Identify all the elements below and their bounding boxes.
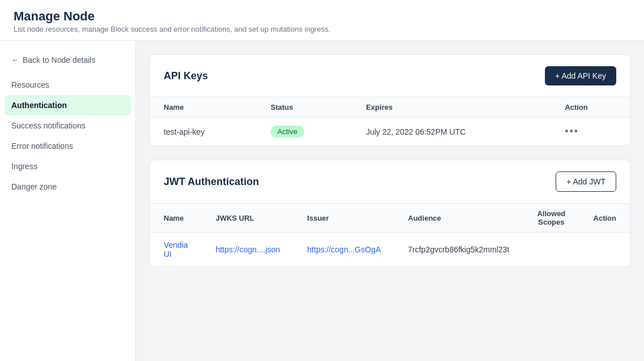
sidebar-item-ingress-label: Ingress xyxy=(11,162,37,171)
jwt-col-audience: Audience xyxy=(394,204,523,233)
jwt-col-jwks-url: JWKS URL xyxy=(202,204,294,233)
page-title: Manage Node xyxy=(14,9,630,24)
status-badge: Active xyxy=(271,126,304,137)
jwt-row-issuer[interactable]: https://cogn...GsOgA xyxy=(293,233,394,267)
api-keys-col-expires: Expires xyxy=(352,97,551,118)
back-arrow-icon: ← xyxy=(11,55,19,65)
sidebar-item-error-notifications[interactable]: Error notifications xyxy=(0,136,135,156)
sidebar-item-success-notifications-label: Success notifications xyxy=(11,121,86,130)
jwt-issuer-link[interactable]: https://cogn...GsOgA xyxy=(307,245,381,254)
jwt-card: JWT Authentication + Add JWT Name JWKS U… xyxy=(150,160,630,267)
api-key-status: Active xyxy=(257,118,352,146)
sidebar-item-danger-zone[interactable]: Danger zone xyxy=(0,177,135,197)
jwt-table: Name JWKS URL Issuer Audience Allowed Sc… xyxy=(150,203,630,267)
sidebar-item-resources-label: Resources xyxy=(11,80,49,89)
page-subtitle: List node resources, manage Block succes… xyxy=(14,25,630,33)
jwt-row-jwks-url[interactable]: https://cogn....json xyxy=(202,233,294,267)
api-keys-col-status: Status xyxy=(257,97,352,118)
api-keys-table: Name Status Expires Action test-api-key … xyxy=(150,97,630,145)
jwt-col-allowed-scopes: Allowed Scopes xyxy=(523,204,579,233)
jwt-row-audience: 7rcfp2gvcrb86fkig5k2mml23t xyxy=(394,233,523,267)
table-row: test-api-key Active July 22, 2022 06:52P… xyxy=(150,118,630,146)
add-jwt-button[interactable]: + Add JWT xyxy=(556,171,616,192)
api-key-name: test-api-key xyxy=(150,118,257,146)
add-api-key-button[interactable]: + Add API Key xyxy=(545,66,616,85)
api-keys-card: API Keys + Add API Key Name Status Expir… xyxy=(150,54,630,146)
back-to-node-button[interactable]: ← Back to Node details xyxy=(0,50,135,70)
jwt-row-action xyxy=(580,233,630,267)
sidebar: ← Back to Node details Resources Authent… xyxy=(0,41,136,361)
sidebar-item-resources[interactable]: Resources xyxy=(0,75,135,95)
jwt-col-name: Name xyxy=(150,204,202,233)
sidebar-item-error-notifications-label: Error notifications xyxy=(11,141,73,151)
jwt-jwks-url-link[interactable]: https://cogn....json xyxy=(216,245,280,254)
jwt-col-issuer: Issuer xyxy=(293,204,394,233)
api-keys-col-name: Name xyxy=(150,97,257,118)
sidebar-item-authentication[interactable]: Authentication xyxy=(5,95,131,115)
jwt-title: JWT Authentication xyxy=(164,176,259,188)
back-label: Back to Node details xyxy=(23,55,95,65)
main-content: API Keys + Add API Key Name Status Expir… xyxy=(136,41,644,361)
jwt-col-action: Action xyxy=(580,204,630,233)
api-keys-col-action: Action xyxy=(551,97,630,118)
jwt-row-name[interactable]: Vendia UI xyxy=(150,233,202,267)
api-key-action[interactable]: ••• xyxy=(551,118,630,146)
sidebar-item-ingress[interactable]: Ingress xyxy=(0,156,135,177)
sidebar-item-success-notifications[interactable]: Success notifications xyxy=(0,115,135,136)
table-row: Vendia UI https://cogn....json https://c… xyxy=(150,233,630,267)
api-keys-title: API Keys xyxy=(164,70,208,82)
sidebar-item-danger-zone-label: Danger zone xyxy=(11,182,57,191)
sidebar-item-authentication-label: Authentication xyxy=(11,101,67,110)
action-menu-icon[interactable]: ••• xyxy=(565,126,579,137)
jwt-row-allowed-scopes xyxy=(523,233,579,267)
jwt-name-link[interactable]: Vendia UI xyxy=(164,240,188,259)
api-key-expires: July 22, 2022 06:52PM UTC xyxy=(352,118,551,146)
